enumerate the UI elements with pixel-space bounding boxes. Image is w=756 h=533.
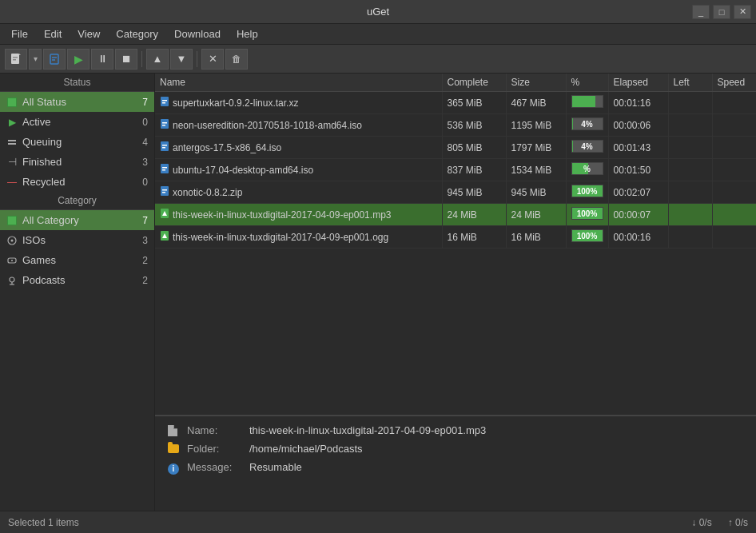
table-body: supertuxkart-0.9.2-linux.tar.xz365 MiB46… bbox=[155, 92, 756, 249]
menubar: File Edit View Category Download Help bbox=[0, 24, 756, 45]
minimize-button[interactable]: _ bbox=[692, 5, 710, 19]
queuing-label: Queuing bbox=[22, 136, 130, 148]
cell-percent: 100% bbox=[566, 204, 608, 226]
sidebar-item-all-category[interactable]: All Category 7 bbox=[0, 210, 154, 230]
progress-bar: 4% bbox=[571, 140, 603, 153]
cell-speed bbox=[712, 181, 756, 204]
active-count: 0 bbox=[135, 117, 148, 128]
sidebar-item-all-status[interactable]: All Status 7 bbox=[0, 92, 154, 112]
svg-rect-20 bbox=[161, 119, 169, 129]
svg-rect-18 bbox=[162, 100, 167, 101]
menu-download[interactable]: Download bbox=[166, 26, 229, 42]
stop-button[interactable]: ⏹ bbox=[115, 49, 137, 70]
grab-url-button[interactable] bbox=[43, 49, 66, 70]
cell-size: 24 MiB bbox=[506, 204, 566, 226]
table-row[interactable]: this-week-in-linux-tuxdigital-2017-04-09… bbox=[155, 226, 756, 249]
close-button[interactable]: ✕ bbox=[734, 5, 751, 19]
isos-count: 3 bbox=[135, 235, 148, 246]
menu-help[interactable]: Help bbox=[229, 26, 266, 42]
cell-percent: % bbox=[566, 159, 608, 181]
sidebar-item-active[interactable]: ▶ Active 0 bbox=[0, 112, 154, 132]
games-count: 2 bbox=[135, 255, 148, 266]
svg-rect-31 bbox=[162, 192, 165, 193]
menu-edit[interactable]: Edit bbox=[36, 26, 70, 42]
sidebar: Status All Status 7 ▶ Active 0 Queuing 4… bbox=[0, 74, 155, 511]
cell-name: this-week-in-linux-tuxdigital-2017-04-09… bbox=[155, 204, 442, 226]
download-table[interactable]: Name Complete Size % Elapsed Left Speed … bbox=[155, 74, 756, 415]
menu-category[interactable]: Category bbox=[108, 26, 166, 42]
svg-rect-22 bbox=[162, 125, 165, 126]
cell-complete: 805 MiB bbox=[442, 137, 506, 159]
file-name-text: supertuxkart-0.9.2-linux.tar.xz bbox=[173, 97, 298, 109]
sidebar-item-queuing[interactable]: Queuing 4 bbox=[0, 132, 154, 152]
table-row[interactable]: antergos-17.5-x86_64.iso805 MiB1797 MiB4… bbox=[155, 137, 756, 159]
cell-elapsed: 00:00:07 bbox=[608, 204, 668, 226]
cell-left bbox=[668, 226, 712, 249]
progress-bar: 100% bbox=[571, 185, 603, 197]
podcasts-label: Podcasts bbox=[22, 274, 130, 286]
delete-button[interactable]: ✕ bbox=[201, 49, 224, 70]
cell-elapsed: 00:01:50 bbox=[608, 159, 668, 181]
new-download-dropdown[interactable]: ▾ bbox=[29, 49, 42, 70]
toolbar-separator-2 bbox=[197, 51, 197, 67]
sidebar-item-recycled[interactable]: — Recycled 0 bbox=[0, 172, 154, 192]
table-row[interactable]: xonotic-0.8.2.zip945 MiB945 MiB100%00:02… bbox=[155, 181, 756, 204]
category-section-header: Category bbox=[0, 192, 154, 210]
recycled-label: Recycled bbox=[22, 176, 130, 188]
titlebar: uGet _ □ ✕ bbox=[0, 0, 756, 24]
table-row[interactable]: supertuxkart-0.9.2-linux.tar.xz365 MiB46… bbox=[155, 92, 756, 114]
status-right: ↓ 0/s ↑ 0/s bbox=[691, 517, 748, 528]
folder-value: /home/michael/Podcasts bbox=[249, 443, 363, 455]
cell-complete: 837 MiB bbox=[442, 159, 506, 181]
blue-file-icon bbox=[160, 141, 169, 154]
window-controls[interactable]: _ □ ✕ bbox=[692, 5, 751, 19]
sidebar-item-finished[interactable]: ⊣ Finished 3 bbox=[0, 152, 154, 172]
folder-icon bbox=[168, 444, 181, 456]
svg-rect-23 bbox=[161, 141, 169, 151]
cell-speed bbox=[712, 159, 756, 181]
menu-file[interactable]: File bbox=[3, 26, 36, 42]
sidebar-item-games[interactable]: Games 2 bbox=[0, 250, 154, 270]
cell-speed bbox=[712, 226, 756, 249]
new-download-button[interactable] bbox=[5, 49, 27, 70]
cell-size: 16 MiB bbox=[506, 226, 566, 249]
delete-all-button[interactable]: 🗑 bbox=[225, 49, 248, 70]
table-row[interactable]: this-week-in-linux-tuxdigital-2017-04-09… bbox=[155, 204, 756, 226]
sidebar-item-podcasts[interactable]: Podcasts 2 bbox=[0, 270, 154, 290]
all-category-icon bbox=[6, 215, 18, 226]
finished-icon: ⊣ bbox=[6, 157, 18, 168]
title-text: uGet bbox=[367, 6, 389, 18]
cell-complete: 536 MiB bbox=[442, 114, 506, 137]
file-name-text: this-week-in-linux-tuxdigital-2017-04-09… bbox=[173, 232, 388, 243]
file-name-text: xonotic-0.8.2.zip bbox=[173, 187, 242, 198]
folder-label: Folder: bbox=[187, 443, 243, 455]
cell-speed bbox=[712, 92, 756, 114]
move-up-button[interactable]: ▲ bbox=[146, 49, 169, 70]
cell-left bbox=[668, 159, 712, 181]
table-row[interactable]: neon-useredition-20170518-1018-amd64.iso… bbox=[155, 114, 756, 137]
svg-rect-17 bbox=[161, 97, 169, 106]
move-down-button[interactable]: ▼ bbox=[170, 49, 193, 70]
sidebar-item-isos[interactable]: ISOs 3 bbox=[0, 230, 154, 250]
svg-rect-3 bbox=[13, 59, 16, 61]
cell-name: this-week-in-linux-tuxdigital-2017-04-09… bbox=[155, 226, 442, 249]
downloads-grid: Name Complete Size % Elapsed Left Speed … bbox=[155, 74, 756, 249]
table-row[interactable]: ubuntu-17.04-desktop-amd64.iso837 MiB153… bbox=[155, 159, 756, 181]
start-button[interactable]: ▶ bbox=[67, 49, 90, 70]
cell-size: 467 MiB bbox=[506, 92, 566, 114]
queuing-icon bbox=[6, 137, 18, 148]
active-icon: ▶ bbox=[6, 117, 18, 128]
cell-elapsed: 00:02:07 bbox=[608, 181, 668, 204]
finished-label: Finished bbox=[22, 156, 130, 168]
message-value: Resumable bbox=[249, 461, 302, 473]
menu-view[interactable]: View bbox=[70, 26, 108, 42]
isos-label: ISOs bbox=[22, 234, 130, 246]
podcasts-icon bbox=[6, 275, 18, 286]
file-name-text: ubuntu-17.04-desktop-amd64.iso bbox=[173, 165, 313, 176]
detail-name-row: Name: this-week-in-linux-tuxdigital-2017… bbox=[168, 424, 743, 438]
pause-button[interactable]: ⏸ bbox=[91, 49, 113, 70]
content-area: Name Complete Size % Elapsed Left Speed … bbox=[155, 74, 756, 511]
file-name-text: this-week-in-linux-tuxdigital-2017-04-09… bbox=[173, 209, 391, 221]
col-name: Name bbox=[155, 74, 442, 92]
maximize-button[interactable]: □ bbox=[713, 5, 730, 19]
